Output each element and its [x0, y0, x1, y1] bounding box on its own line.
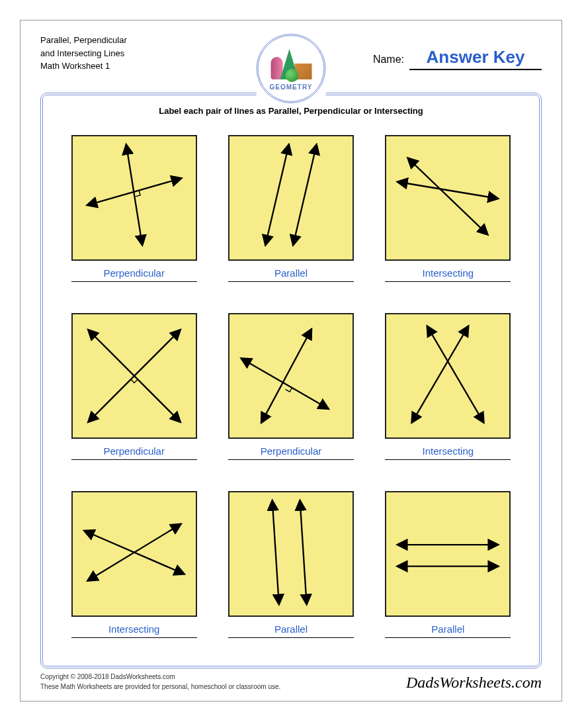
answer-text: Parallel: [431, 623, 464, 635]
answer-line: Parallel: [385, 623, 511, 638]
answer-text: Intersecting: [423, 445, 474, 457]
answer-line: Perpendicular: [71, 445, 197, 460]
answer-text: Parallel: [274, 267, 308, 279]
line-diagram-icon: [228, 313, 354, 439]
line-diagram-icon: [71, 491, 197, 617]
answer-text: Perpendicular: [261, 445, 322, 457]
svg-line-13: [91, 526, 177, 578]
svg-line-10: [414, 330, 466, 419]
answer-line: Parallel: [228, 267, 354, 282]
answer-text: Parallel: [274, 623, 308, 635]
instructions: Label each pair of lines as Parallel, Pe…: [43, 106, 539, 116]
problem-cell: Perpendicular: [65, 313, 202, 471]
svg-line-3: [294, 148, 316, 241]
logo-circle: GEOMETRY: [257, 34, 326, 103]
logo-shapes-icon: [270, 46, 312, 79]
problem-cell: Perpendicular: [65, 135, 202, 293]
problem-cell: Perpendicular: [222, 313, 359, 471]
worksheet-title: Parallel, Perpendicular and Intersecting…: [40, 34, 127, 73]
title-line-1: Parallel, Perpendicular: [40, 34, 127, 47]
logo-text: GEOMETRY: [270, 83, 313, 91]
svg-line-11: [429, 330, 481, 419]
problem-cell: Intersecting: [380, 135, 517, 293]
name-value: Answer Key: [409, 47, 542, 70]
content-frame: Label each pair of lines as Parallel, Pe…: [40, 93, 542, 668]
problem-cell: Intersecting: [65, 491, 202, 649]
worksheet-page: Parallel, Perpendicular and Intersecting…: [20, 20, 562, 702]
problem-cell: Intersecting: [380, 313, 517, 471]
line-diagram-icon: [228, 135, 354, 261]
line-diagram-icon: [385, 313, 511, 439]
usage-note: These Math Worksheets are provided for p…: [40, 682, 280, 692]
name-field: Name: Answer Key: [373, 47, 542, 70]
svg-line-1: [126, 148, 141, 241]
answer-text: Intersecting: [108, 623, 160, 635]
line-diagram-icon: [228, 491, 354, 617]
problem-cell: Parallel: [380, 491, 517, 649]
answer-text: Perpendicular: [103, 445, 165, 457]
answer-line: Perpendicular: [71, 267, 197, 282]
svg-line-2: [267, 148, 288, 241]
sphere-icon: [285, 69, 298, 82]
line-diagram-icon: [385, 135, 511, 261]
geometry-logo: GEOMETRY: [257, 34, 326, 103]
line-diagram-icon: [71, 135, 197, 261]
name-label: Name:: [373, 54, 404, 66]
answer-text: Perpendicular: [103, 267, 165, 279]
problem-cell: Parallel: [222, 135, 359, 293]
line-diagram-icon: [385, 491, 511, 617]
title-line-3: Math Worksheet 1: [40, 60, 127, 73]
svg-line-5: [411, 161, 485, 232]
answer-line: Intersecting: [71, 623, 197, 638]
title-line-2: and Intersecting Lines: [40, 47, 127, 60]
copyright: Copyright © 2008-2018 DadsWorksheets.com: [40, 672, 280, 682]
answer-line: Perpendicular: [228, 445, 354, 460]
answer-line: Intersecting: [385, 445, 511, 460]
answer-line: Intersecting: [385, 267, 511, 282]
footer-left: Copyright © 2008-2018 DadsWorksheets.com…: [40, 672, 280, 692]
problem-grid: PerpendicularParallelIntersectingPerpend…: [52, 128, 530, 657]
footer: Copyright © 2008-2018 DadsWorksheets.com…: [40, 672, 542, 692]
svg-line-15: [300, 505, 306, 600]
answer-text: Intersecting: [423, 267, 474, 279]
footer-brand: DadsWorksheets.com: [406, 674, 542, 692]
problem-cell: Parallel: [222, 491, 359, 649]
svg-line-8: [245, 361, 325, 407]
answer-line: Parallel: [228, 623, 354, 638]
svg-line-14: [272, 505, 278, 600]
line-diagram-icon: [71, 313, 197, 439]
